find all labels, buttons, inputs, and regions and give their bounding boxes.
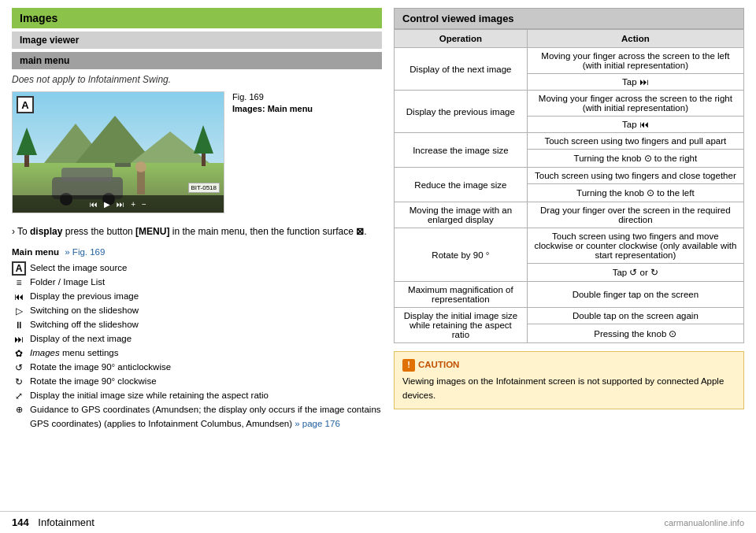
prev-image-ctrl[interactable]: ⏮ <box>90 200 98 209</box>
op-rotate: Rotate by 90 ° <box>395 228 528 282</box>
table-row: Display of the next image Moving your fi… <box>395 48 744 74</box>
next-image-icon: ⏭ <box>12 332 26 346</box>
menu-item-label-0: Select the image source <box>30 261 127 275</box>
right-column: Control viewed images Operation Action D… <box>394 8 744 503</box>
action-increase-1: Touch screen using two fingers and pull … <box>527 133 743 150</box>
rotate-ccw-icon: ↺ <box>12 361 26 375</box>
slideshow-on-icon: ▷ <box>12 304 26 318</box>
image-controls-bar[interactable]: ⏮ ▶ ⏭ + − <box>13 195 224 213</box>
table-row: Maximum magnification of representation … <box>395 282 744 308</box>
table-row: Increase the image size Touch screen usi… <box>395 133 744 150</box>
image-badge: BIT-0518 <box>188 183 220 193</box>
svg-rect-13 <box>137 171 145 194</box>
menu-section: Main menu » Fig. 169 A Select the image … <box>12 245 382 431</box>
zoom-out-ctrl[interactable]: − <box>142 200 146 209</box>
slideshow-off-icon: ⏸ <box>12 318 26 332</box>
menu-item-0: A Select the image source <box>12 261 382 276</box>
caution-title: ! CAUTION <box>402 358 736 372</box>
menu-item-8: ↻ Rotate the image 90° clockwise <box>12 375 382 389</box>
table-row: Moving the image with an enlarged displa… <box>395 202 744 228</box>
gps-page-link[interactable]: » page 176 <box>295 419 340 428</box>
menu-item-label-7: Rotate the image 90° anticlockwise <box>30 361 171 374</box>
subsection-main-menu: main menu <box>12 52 382 69</box>
caution-label: CAUTION <box>418 358 459 372</box>
menu-item-label-5: Display of the next image <box>30 332 132 346</box>
menu-item-label-3: Switching on the slideshow <box>30 304 139 317</box>
menu-item-label-8: Rotate the image 90° clockwise <box>30 375 157 388</box>
op-initial-size: Display the initial image size while ret… <box>395 308 528 343</box>
zoom-in-ctrl[interactable]: + <box>131 200 135 209</box>
footer: 144 Infotainment carmanualonline.info <box>0 511 756 533</box>
function-surface-icon: ⊠ <box>356 226 364 237</box>
menu-item-label-10: Guidance to GPS coordinates (Amundsen; t… <box>30 403 382 431</box>
menu-item-9: ⤢ Display the initial image size while r… <box>12 389 382 403</box>
menu-item-label-1: Folder / Image List <box>30 276 105 289</box>
play-ctrl[interactable]: ▶ <box>104 200 110 209</box>
op-prev-image: Display the previous image <box>395 91 528 133</box>
action-move-1: Drag your finger over the screen in the … <box>527 202 743 228</box>
instruction-text: ›To display press the button [MENU] in t… <box>12 224 382 239</box>
next-image-ctrl[interactable]: ⏭ <box>117 200 124 209</box>
table-row: Rotate by 90 ° Touch screen using two fi… <box>395 228 744 264</box>
menu-item-7: ↺ Rotate the image 90° anticlockwise <box>12 361 382 375</box>
footer-site: carmanualonline.info <box>664 518 744 527</box>
control-table: Operation Action Display of the next ima… <box>394 29 744 343</box>
action-initial-1: Double tap on the screen again <box>527 308 743 324</box>
arrow-marker: › <box>12 226 15 237</box>
action-increase-2: Turning the knob ⊙ to the right <box>527 150 743 168</box>
table-row: Display the initial image size while ret… <box>395 308 744 324</box>
menu-item-label-4: Switching off the slideshow <box>30 318 139 331</box>
subsection-image-viewer: Image viewer <box>12 31 382 49</box>
op-next-image: Display of the next image <box>395 48 528 91</box>
caution-icon: ! <box>402 359 415 372</box>
action-reduce-2: Turning the knob ⊙ to the left <box>527 184 743 202</box>
figure-row: A BIT-0518 ⏮ ▶ ⏭ + − Fig. 169 Images: Ma… <box>12 91 382 218</box>
menu-item-label-2: Display the previous image <box>30 290 139 303</box>
menu-item-2: ⏮ Display the previous image <box>12 290 382 304</box>
op-move-image: Moving the image with an enlarged displa… <box>395 202 528 228</box>
source-icon: A <box>12 261 26 276</box>
menu-button-label: [MENU] <box>135 226 169 237</box>
col-action: Action <box>527 30 743 48</box>
svg-rect-10 <box>61 168 113 182</box>
aspect-ratio-icon: ⤢ <box>12 389 26 403</box>
menu-item-1: ≡ Folder / Image List <box>12 276 382 290</box>
prev-image-icon: ⏮ <box>12 290 26 304</box>
display-keyword: display <box>30 226 62 237</box>
action-next-image-1: Moving your finger across the screen to … <box>527 48 743 74</box>
menu-item-4: ⏸ Switching off the slideshow <box>12 318 382 332</box>
op-max-magnification: Maximum magnification of representation <box>395 282 528 308</box>
action-prev-image-2: Tap ⏮ <box>527 117 743 133</box>
menu-item-3: ▷ Switching on the slideshow <box>12 304 382 318</box>
menu-section-title: Main menu » Fig. 169 <box>12 245 382 259</box>
settings-icon: ✿ <box>12 346 26 361</box>
action-reduce-1: Touch screen using two fingers and close… <box>527 168 743 184</box>
gps-icon: ⊕ <box>12 403 26 416</box>
menu-fig-ref[interactable]: » Fig. 169 <box>65 247 105 257</box>
action-rotate-2: Tap ↺ or ↻ <box>527 264 743 282</box>
col-operation: Operation <box>395 30 528 48</box>
action-initial-2: Pressing the knob ⊙ <box>527 324 743 343</box>
fig-caption-block: Fig. 169 Images: Main menu <box>232 91 313 218</box>
fig-caption-text: Images: Main menu <box>232 103 313 115</box>
action-max-mag-1: Double finger tap on the screen <box>527 282 743 308</box>
svg-point-14 <box>135 161 146 172</box>
action-prev-image-1: Moving your finger across the screen to … <box>527 91 743 117</box>
folder-icon: ≡ <box>12 276 26 290</box>
menu-item-label-9: Display the initial image size while ret… <box>30 389 269 402</box>
section-title: Images <box>12 8 382 28</box>
menu-item-6: ✿ Images menu settings <box>12 346 382 361</box>
table-row: Display the previous image Moving your f… <box>395 91 744 117</box>
footer-page: 144 Infotainment <box>12 516 94 528</box>
menu-item-10: ⊕ Guidance to GPS coordinates (Amundsen;… <box>12 403 382 431</box>
fig-number: Fig. 169 <box>232 91 313 103</box>
main-image: A BIT-0518 ⏮ ▶ ⏭ + − <box>12 91 224 213</box>
control-table-title: Control viewed images <box>394 8 744 29</box>
svg-rect-15 <box>115 163 131 167</box>
table-row: Reduce the image size Touch screen using… <box>395 168 744 184</box>
menu-item-label-6: Images menu settings <box>30 346 119 360</box>
menu-item-5: ⏭ Display of the next image <box>12 332 382 346</box>
rotate-cw-icon: ↻ <box>12 375 26 389</box>
action-next-image-2: Tap ⏭ <box>527 74 743 91</box>
image-label-a: A <box>17 96 34 113</box>
